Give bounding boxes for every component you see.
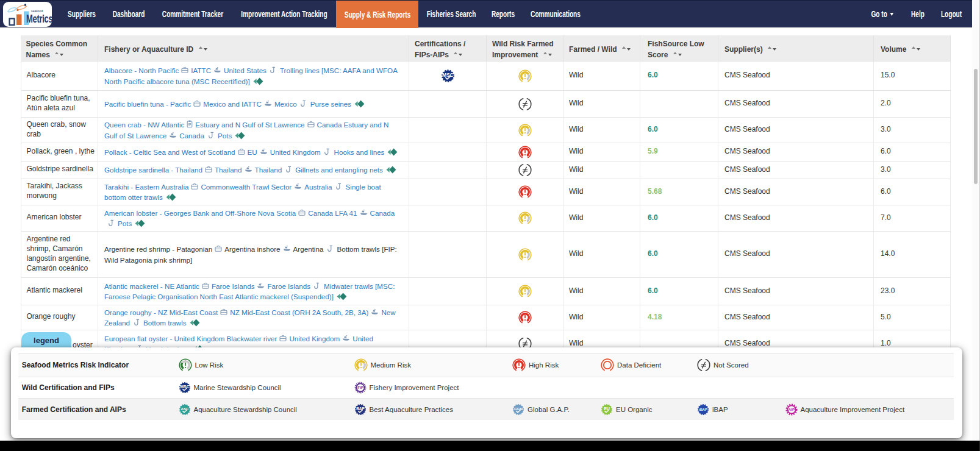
svg-text:BAP: BAP	[356, 407, 365, 411]
svg-text:AIP: AIP	[788, 407, 794, 411]
svg-text:Metrics: Metrics	[26, 13, 52, 25]
svg-text:GGN: GGN	[514, 407, 523, 411]
svg-text:ASC: ASC	[181, 407, 189, 411]
svg-text:MSC: MSC	[442, 73, 453, 78]
svg-text:iBAP: iBAP	[699, 408, 707, 411]
svg-text:MSC: MSC	[180, 385, 189, 389]
svg-text:seafood: seafood	[31, 9, 43, 13]
svg-text:FIP: FIP	[357, 385, 363, 389]
